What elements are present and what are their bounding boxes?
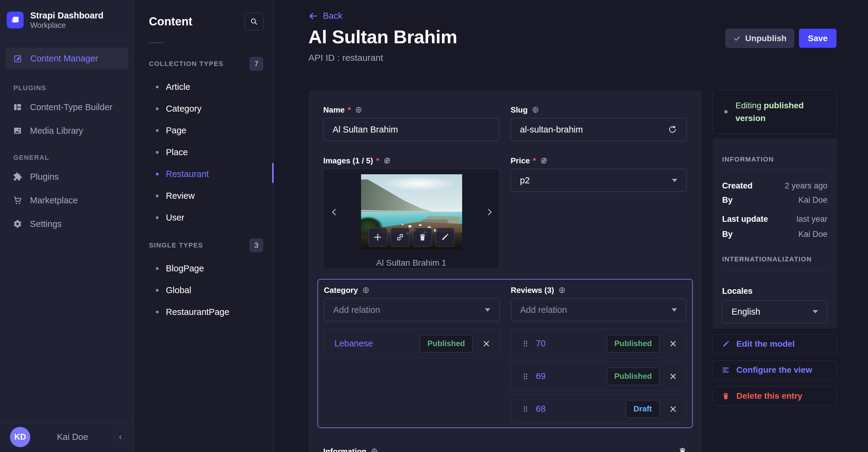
- subnav-item-blogpage[interactable]: BlogPage: [134, 257, 274, 279]
- edit-form-panel: Name* Al Sultan Brahim Slug: [308, 90, 702, 452]
- nav-section-plugins: PLUGINS: [13, 84, 134, 92]
- strapi-app: Strapi Dashboard Workplace Content Manag…: [0, 0, 868, 452]
- subnav-item-page[interactable]: Page: [134, 120, 274, 141]
- copy-link-button[interactable]: [391, 228, 409, 247]
- information-panel: INFORMATION Created2 years ago ByKai Doe…: [712, 138, 837, 329]
- collapse-nav-button[interactable]: [115, 430, 126, 444]
- intl-title: INTERNATIONALIZATION: [722, 255, 828, 263]
- subnav-item-article[interactable]: Article: [134, 76, 274, 98]
- configure-view-button[interactable]: Configure the view: [712, 360, 837, 380]
- nav-item-content-manager[interactable]: Content Manager: [5, 47, 128, 70]
- collection-types-list: Article Category Page Place Restaurant R…: [134, 76, 274, 228]
- remove-relation-icon[interactable]: [669, 372, 678, 381]
- globe-icon: [362, 287, 370, 294]
- regenerate-icon[interactable]: [668, 125, 677, 134]
- status-badge: Published: [607, 335, 659, 352]
- nav-item-settings[interactable]: Settings: [0, 216, 134, 232]
- review-relation-item: 70 Published: [511, 329, 687, 358]
- information-title: INFORMATION: [722, 156, 828, 163]
- carousel-next-icon[interactable]: [485, 207, 494, 219]
- globe-strike-icon: [540, 157, 548, 164]
- category-add-relation-select[interactable]: Add relation: [324, 298, 500, 321]
- category-field-label: Category: [324, 286, 500, 295]
- reviews-add-relation-select[interactable]: Add relation: [511, 298, 687, 321]
- nav-item-content-type-builder[interactable]: Content-Type Builder: [0, 99, 134, 116]
- subnav-item-user[interactable]: User: [134, 207, 274, 228]
- edit-image-button[interactable]: [435, 228, 454, 247]
- bullet-icon: [156, 107, 159, 110]
- api-id: API ID : restaurant: [308, 53, 383, 63]
- chevron-down-icon: [485, 308, 490, 312]
- images-carousel: Al Sultan Brahim 1: [323, 169, 499, 269]
- divider: [722, 170, 828, 170]
- remove-relation-icon[interactable]: [669, 405, 678, 414]
- subnav-item-category[interactable]: Category: [134, 98, 274, 120]
- workspace-brand[interactable]: Strapi Dashboard Workplace: [0, 0, 134, 40]
- info-row-last-update: Last updatelast year: [722, 215, 828, 224]
- nav-item-label: Settings: [30, 219, 62, 229]
- nav-footer: KD Kai Doe: [0, 422, 134, 452]
- status-badge: Draft: [626, 400, 659, 418]
- relation-link[interactable]: 70: [536, 338, 600, 349]
- status-badge: Published: [420, 335, 472, 352]
- nav-item-label: Media Library: [30, 126, 83, 136]
- delete-component-icon[interactable]: [678, 447, 687, 452]
- entry-sidebar: Editing published version INFORMATION Cr…: [712, 90, 837, 406]
- add-image-button[interactable]: [368, 228, 387, 247]
- drag-handle-icon[interactable]: [522, 405, 529, 413]
- relation-link[interactable]: 69: [536, 371, 600, 381]
- single-types-count: 3: [249, 238, 263, 252]
- collection-types-label: COLLECTION TYPES: [149, 60, 224, 68]
- nav-item-label: Plugins: [30, 172, 59, 182]
- back-link[interactable]: Back: [308, 11, 342, 21]
- delete-entry-button[interactable]: Delete this entry: [712, 386, 837, 406]
- nav-item-media-library[interactable]: Media Library: [0, 122, 134, 139]
- nav-item-label: Marketplace: [30, 195, 78, 205]
- drag-handle-icon[interactable]: [522, 373, 529, 380]
- main-nav: Strapi Dashboard Workplace Content Manag…: [0, 0, 134, 452]
- globe-icon: [532, 106, 539, 114]
- back-arrow-icon: [308, 11, 318, 21]
- delete-image-button[interactable]: [413, 228, 432, 247]
- locale-select[interactable]: English: [722, 300, 828, 323]
- price-select[interactable]: p2: [510, 169, 687, 192]
- relation-link[interactable]: Lebanese: [334, 338, 413, 349]
- nav-item-marketplace[interactable]: Marketplace: [0, 192, 134, 209]
- review-relation-item: 69 Published: [511, 361, 687, 391]
- published-dot-icon: [724, 110, 727, 114]
- subnav-item-place[interactable]: Place: [134, 141, 274, 163]
- subnav-item-restaurantpage[interactable]: RestaurantPage: [134, 301, 274, 323]
- reviews-field-label: Reviews (3): [511, 286, 687, 295]
- search-button[interactable]: [245, 13, 263, 30]
- carousel-prev-icon[interactable]: [330, 207, 339, 219]
- feather-icon: [13, 54, 22, 63]
- bullet-icon: [156, 151, 159, 154]
- avatar[interactable]: KD: [10, 427, 30, 447]
- cart-icon: [13, 196, 22, 205]
- chevron-down-icon: [672, 308, 677, 312]
- globe-strike-icon: [383, 157, 391, 164]
- check-icon: [733, 34, 741, 42]
- bullet-icon: [156, 216, 159, 219]
- image-caption: Al Sultan Brahim 1: [323, 258, 499, 268]
- drag-handle-icon[interactable]: [522, 340, 529, 348]
- scrollbar-thumb[interactable]: [272, 163, 274, 183]
- slug-input[interactable]: al-sultan-brahim: [510, 118, 687, 141]
- information-field-label: Information: [323, 447, 378, 452]
- name-input[interactable]: Al Sultan Brahim: [323, 118, 499, 141]
- main-content: Back Al Sultan Brahim API ID : restauran…: [274, 0, 868, 452]
- globe-icon: [371, 448, 378, 452]
- bullet-icon: [156, 86, 159, 88]
- save-button[interactable]: Save: [799, 29, 837, 48]
- unpublish-button[interactable]: Unpublish: [725, 29, 794, 48]
- review-relation-item: 68 Draft: [511, 394, 687, 424]
- remove-relation-icon[interactable]: [482, 339, 491, 348]
- subnav-item-review[interactable]: Review: [134, 185, 274, 207]
- subnav-item-global[interactable]: Global: [134, 279, 274, 301]
- bullet-icon: [156, 129, 159, 132]
- subnav-item-restaurant[interactable]: Restaurant: [134, 163, 274, 185]
- remove-relation-icon[interactable]: [669, 339, 678, 348]
- relation-link[interactable]: 68: [536, 404, 620, 414]
- nav-item-plugins[interactable]: Plugins: [0, 168, 134, 185]
- edit-model-button[interactable]: Edit the model: [712, 334, 837, 354]
